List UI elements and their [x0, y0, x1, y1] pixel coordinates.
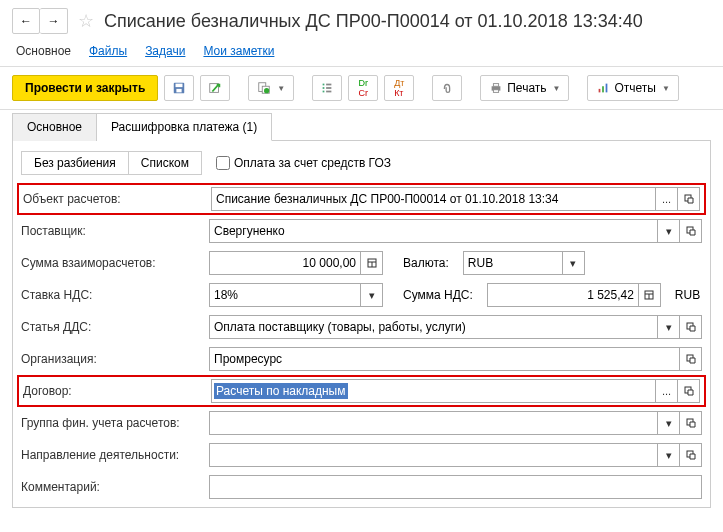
- calculator-button[interactable]: [639, 283, 661, 307]
- dt-kt-icon: ДтКт: [394, 78, 404, 98]
- svg-rect-7: [323, 84, 325, 86]
- header-row: ← → ☆ Списание безналичных ДС ПР00-П0001…: [0, 0, 723, 38]
- select-button[interactable]: ...: [656, 379, 678, 403]
- row-amount: Сумма взаиморасчетов: Валюта: ▾: [21, 247, 702, 279]
- tab-tasks[interactable]: Задачи: [145, 44, 185, 58]
- goz-checkbox-wrap[interactable]: Оплата за счет средств ГОЗ: [216, 156, 391, 170]
- input-contract[interactable]: Расчеты по накладным: [211, 379, 656, 403]
- input-comment[interactable]: [209, 475, 702, 499]
- row-comment: Комментарий:: [21, 471, 702, 503]
- toolbar: Провести и закрыть ▼ DrCr ДтКт Печать▼ О…: [0, 67, 723, 110]
- row-org: Организация:: [21, 343, 702, 375]
- label-amount: Сумма взаиморасчетов:: [21, 256, 201, 270]
- back-button[interactable]: ←: [12, 8, 40, 34]
- tab-files[interactable]: Файлы: [89, 44, 127, 58]
- contract-selected-text: Расчеты по накладным: [214, 383, 348, 399]
- open-button[interactable]: [678, 187, 700, 211]
- tab-notes[interactable]: Мои заметки: [203, 44, 274, 58]
- page-title: Списание безналичных ДС ПР00-П00014 от 0…: [104, 11, 643, 32]
- input-activity[interactable]: [209, 443, 658, 467]
- nav-buttons: ← →: [12, 8, 68, 34]
- label-vat-rate: Ставка НДС:: [21, 288, 201, 302]
- svg-rect-18: [606, 84, 608, 93]
- input-supplier[interactable]: [209, 219, 658, 243]
- open-icon: [686, 418, 696, 428]
- segment-no-split[interactable]: Без разбиения: [21, 151, 129, 175]
- open-icon: [684, 194, 694, 204]
- svg-rect-17: [603, 86, 605, 92]
- label-comment: Комментарий:: [21, 480, 201, 494]
- save-button[interactable]: [164, 75, 194, 101]
- favorite-star-icon[interactable]: ☆: [78, 10, 94, 32]
- top-tabs: Основное Файлы Задачи Мои заметки: [0, 38, 723, 67]
- select-button[interactable]: ...: [656, 187, 678, 211]
- input-amount[interactable]: [209, 251, 361, 275]
- dropdown-button[interactable]: ▾: [658, 315, 680, 339]
- dr-cr-icon: DrCr: [358, 78, 368, 98]
- dr-cr-button[interactable]: DrCr: [348, 75, 378, 101]
- open-icon: [684, 386, 694, 396]
- input-fingroup[interactable]: [209, 411, 658, 435]
- printer-icon: [489, 81, 503, 95]
- open-icon: [686, 450, 696, 460]
- post-button[interactable]: [200, 75, 230, 101]
- open-icon: [686, 322, 696, 332]
- svg-rect-9: [323, 87, 325, 89]
- dropdown-button[interactable]: ▾: [563, 251, 585, 275]
- reports-button[interactable]: Отчеты▼: [587, 75, 678, 101]
- svg-rect-2: [177, 89, 182, 93]
- svg-rect-11: [323, 91, 325, 93]
- label-activity: Направление деятельности:: [21, 448, 201, 462]
- dropdown-button[interactable]: ▾: [361, 283, 383, 307]
- svg-rect-15: [494, 90, 499, 93]
- open-button[interactable]: [678, 379, 700, 403]
- structure-button[interactable]: [312, 75, 342, 101]
- svg-rect-14: [494, 84, 499, 87]
- input-org[interactable]: [209, 347, 680, 371]
- paperclip-icon: [440, 81, 454, 95]
- row-fingroup: Группа фин. учета расчетов: ▾: [21, 407, 702, 439]
- post-close-button[interactable]: Провести и закрыть: [12, 75, 158, 101]
- label-vat-sum: Сумма НДС:: [403, 288, 473, 302]
- input-object[interactable]: [211, 187, 656, 211]
- input-vat-rate[interactable]: [209, 283, 361, 307]
- open-button[interactable]: [680, 443, 702, 467]
- row-activity: Направление деятельности: ▾: [21, 439, 702, 471]
- segment-row: Без разбиения Списком Оплата за счет сре…: [21, 151, 702, 175]
- dropdown-button[interactable]: ▾: [658, 411, 680, 435]
- row-contract: Договор: Расчеты по накладным ...: [17, 375, 706, 407]
- post-icon: [208, 81, 222, 95]
- goz-checkbox[interactable]: [216, 156, 230, 170]
- open-button[interactable]: [680, 347, 702, 371]
- calculator-button[interactable]: [361, 251, 383, 275]
- svg-point-6: [264, 88, 269, 93]
- input-vat-sum[interactable]: [487, 283, 639, 307]
- forward-button[interactable]: →: [40, 8, 68, 34]
- print-button[interactable]: Печать▼: [480, 75, 569, 101]
- row-supplier: Поставщик: ▾: [21, 215, 702, 247]
- label-contract: Договор:: [23, 384, 203, 398]
- open-icon: [686, 354, 696, 364]
- label-object: Объект расчетов:: [23, 192, 203, 206]
- subtab-decode[interactable]: Расшифровка платежа (1): [97, 113, 272, 141]
- label-supplier: Поставщик:: [21, 224, 201, 238]
- dropdown-button[interactable]: ▾: [658, 443, 680, 467]
- dt-kt-button[interactable]: ДтКт: [384, 75, 414, 101]
- segment-list[interactable]: Списком: [129, 151, 202, 175]
- open-button[interactable]: [680, 219, 702, 243]
- svg-rect-8: [326, 84, 331, 86]
- row-object: Объект расчетов: ...: [17, 183, 706, 215]
- label-dds: Статья ДДС:: [21, 320, 201, 334]
- attach-button[interactable]: [432, 75, 462, 101]
- create-based-button[interactable]: ▼: [248, 75, 294, 101]
- input-currency[interactable]: [463, 251, 563, 275]
- dropdown-button[interactable]: ▾: [658, 219, 680, 243]
- input-dds[interactable]: [209, 315, 658, 339]
- open-button[interactable]: [680, 315, 702, 339]
- subtab-main[interactable]: Основное: [12, 113, 97, 141]
- row-dds: Статья ДДС: ▾: [21, 311, 702, 343]
- open-button[interactable]: [680, 411, 702, 435]
- tab-main[interactable]: Основное: [16, 44, 71, 58]
- label-fingroup: Группа фин. учета расчетов:: [21, 416, 201, 430]
- svg-rect-1: [176, 84, 183, 88]
